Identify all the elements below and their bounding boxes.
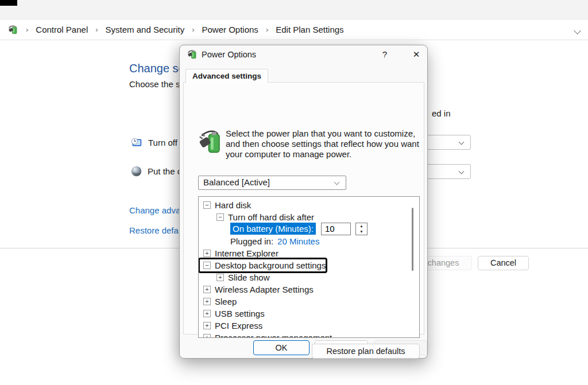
tree-item-on-battery-setting[interactable]: On battery (Minutes): ▲▼ (199, 223, 410, 235)
chevron-down-icon (459, 139, 465, 145)
tree-item-pci-express[interactable]: + PCI Express (199, 320, 410, 332)
sleep-sphere-icon (130, 165, 142, 177)
plugged-in-label: Plugged in: (230, 236, 273, 246)
power-plan-select[interactable]: Balanced [Active] (198, 176, 346, 190)
tree-item-label: Internet Explorer (215, 248, 278, 258)
tree-item-label: Hard disk (215, 200, 251, 210)
tree-item-sleep[interactable]: + Sleep (199, 295, 410, 308)
tree-item-internet-explorer[interactable]: + Internet Explorer (199, 247, 410, 259)
tree-item-usb-settings[interactable]: + USB settings (199, 308, 410, 320)
tree-scrollbar[interactable] (411, 197, 418, 337)
tree-item-hard-disk[interactable]: − Hard disk (199, 199, 410, 211)
turn-off-display-label-clipped: Turn off (148, 138, 177, 147)
tree-item-wireless-adapter-settings[interactable]: + Wireless Adapter Settings (199, 283, 410, 295)
power-plan-icon (199, 129, 223, 155)
tree-item-label: USB settings (215, 309, 265, 318)
page-subtitle-clipped: Choose the sl (129, 79, 182, 89)
display-clock-icon (130, 137, 142, 149)
screen: › Control Panel › System and Security › … (0, 0, 588, 385)
plugged-in-value-link[interactable]: 20 Minutes (277, 236, 319, 246)
expand-icon[interactable]: + (203, 250, 211, 257)
breadcrumb-separator: › (266, 25, 268, 34)
minutes-stepper: ▲▼ (355, 223, 368, 235)
power-options-dialog: Power Options ? ✕ Advanced settings Sele… (179, 45, 428, 359)
expand-icon[interactable]: + (203, 334, 211, 338)
stepper-down-icon[interactable]: ▼ (356, 229, 367, 235)
help-button[interactable]: ? (377, 48, 392, 61)
ok-button[interactable]: OK (253, 340, 310, 355)
dialog-title: Power Options (202, 50, 256, 59)
power-options-icon (187, 49, 198, 60)
page-title-clipped: Change se (129, 62, 185, 75)
breadcrumb-separator: › (26, 25, 28, 34)
power-plan-selected-value: Balanced [Active] (203, 177, 270, 187)
breadcrumb-item-control-panel[interactable]: Control Panel (36, 25, 88, 34)
collapse-icon[interactable]: − (203, 262, 211, 269)
expand-icon[interactable]: + (203, 322, 211, 329)
advanced-settings-tree: − Hard disk − Turn off hard disk after O… (198, 196, 420, 338)
tree-item-label: Sleep (215, 297, 237, 306)
breadcrumb-item-power-options[interactable]: Power Options (202, 25, 258, 34)
tree-item-label: PCI Express (215, 321, 262, 330)
tree-item-label: Turn off hard disk after (228, 212, 314, 222)
tree-item-turn-off-hard-disk-after[interactable]: − Turn off hard disk after (199, 211, 410, 223)
tree-item-processor-power-management[interactable]: + Processor power management (199, 332, 410, 338)
collapse-icon[interactable]: − (216, 213, 224, 221)
page-cancel-button[interactable]: Cancel (478, 256, 529, 270)
tree-item-label: Desktop background settings (215, 260, 326, 270)
expand-icon[interactable]: + (203, 286, 211, 293)
chevron-down-icon (459, 169, 465, 174)
restore-plan-defaults-button[interactable]: Restore plan defaults (312, 344, 420, 359)
chevron-down-icon (334, 180, 340, 185)
tree-item-plugged-in-setting[interactable]: Plugged in: 20 Minutes (199, 235, 410, 247)
tree-item-slide-show[interactable]: + Slide show (199, 271, 410, 283)
collapse-icon[interactable]: − (203, 201, 211, 209)
breadcrumb-separator: › (192, 25, 194, 34)
restore-default-settings-link-clipped[interactable]: Restore defa (129, 225, 179, 235)
change-advanced-settings-link-clipped[interactable]: Change adva (129, 205, 180, 215)
tree-item-label: Wireless Adapter Settings (215, 285, 314, 294)
breadcrumb-separator: › (95, 25, 98, 34)
stepper-up-icon[interactable]: ▲ (356, 223, 367, 229)
expand-icon[interactable]: + (216, 274, 224, 281)
breadcrumb: › Control Panel › System and Security › … (0, 19, 588, 40)
close-button[interactable]: ✕ (409, 48, 424, 61)
expand-icon[interactable]: + (203, 298, 211, 305)
tree-item-label: Processor power management (215, 333, 332, 338)
expand-icon[interactable]: + (203, 310, 211, 317)
tree-item-desktop-background-settings[interactable]: − Desktop background settings (199, 259, 410, 271)
breadcrumb-item-edit-plan-settings[interactable]: Edit Plan Settings (276, 25, 343, 34)
put-computer-sleep-label-clipped: Put the c (148, 166, 181, 176)
window-top-strip (0, 0, 588, 19)
tab-advanced-settings[interactable]: Advanced settings (185, 69, 268, 83)
tree-scrollbar-thumb[interactable] (412, 208, 413, 271)
advanced-settings-tab-page: Select the power plan that you want to c… (183, 82, 424, 335)
dialog-description: Select the power plan that you want to c… (226, 129, 427, 160)
breadcrumb-item-system-and-security[interactable]: System and Security (106, 25, 185, 34)
plugged-in-column-header-clipped: ed in (432, 108, 451, 118)
address-dropdown-chevron-icon[interactable] (574, 27, 581, 34)
tree-item-label: Slide show (228, 273, 270, 282)
on-battery-minutes-input[interactable] (321, 223, 351, 235)
power-options-icon (8, 25, 18, 35)
clipped-titlebar-fragment (0, 0, 17, 6)
on-battery-selected-label: On battery (Minutes): (230, 223, 316, 235)
